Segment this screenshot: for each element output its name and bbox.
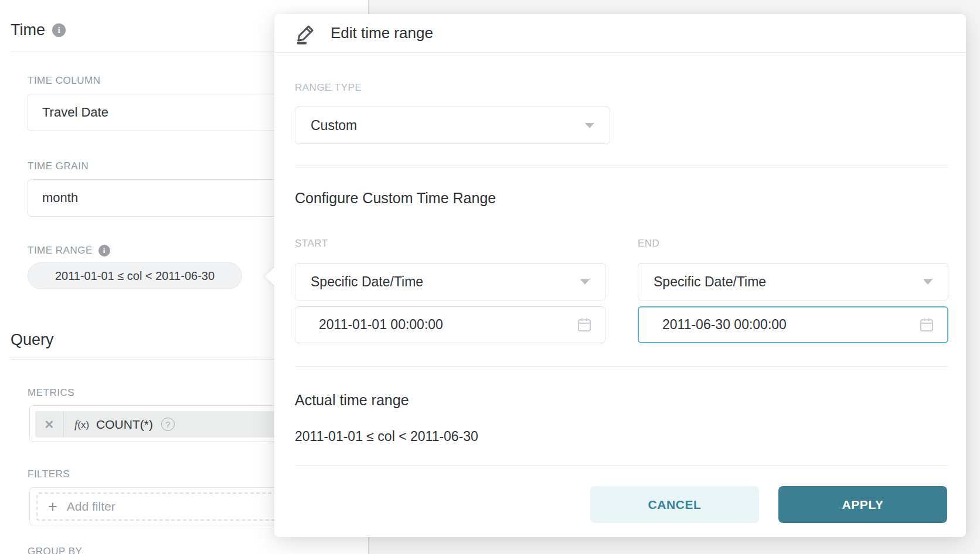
function-icon: f(x) bbox=[74, 418, 89, 431]
metric-name: COUNT(*) bbox=[96, 418, 153, 432]
start-datetime-input[interactable] bbox=[319, 307, 565, 343]
edit-pencil-icon bbox=[295, 22, 317, 45]
modal-divider bbox=[295, 167, 948, 167]
range-type-label: RANGE TYPE bbox=[295, 82, 362, 94]
chip-separator bbox=[63, 411, 64, 437]
chevron-down-icon bbox=[580, 279, 590, 285]
plus-icon: + bbox=[48, 499, 57, 515]
start-label: START bbox=[295, 238, 328, 249]
start-type-value: Specific Date/Time bbox=[311, 274, 423, 290]
end-label: END bbox=[638, 238, 659, 249]
start-datetime-box bbox=[295, 306, 605, 343]
fx-args: (x) bbox=[77, 419, 89, 430]
apply-button[interactable]: APPLY bbox=[778, 486, 947, 523]
end-datetime-input[interactable] bbox=[662, 307, 908, 342]
time-column-value: Travel Date bbox=[42, 105, 108, 120]
help-icon: ? bbox=[161, 418, 175, 431]
metrics-label: METRICS bbox=[28, 387, 74, 399]
time-range-value: 2011-01-01 ≤ col < 2011-06-30 bbox=[55, 269, 215, 283]
modal-divider bbox=[295, 366, 948, 367]
start-type-select[interactable]: Specific Date/Time bbox=[295, 263, 605, 300]
info-icon: i bbox=[52, 23, 66, 37]
actual-time-range-heading: Actual time range bbox=[295, 392, 409, 409]
time-range-label: TIME RANGE bbox=[28, 245, 93, 257]
calendar-icon bbox=[576, 316, 593, 334]
time-column-label: TIME COLUMN bbox=[28, 75, 101, 87]
time-grain-label: TIME GRAIN bbox=[28, 160, 89, 172]
range-type-value: Custom bbox=[311, 118, 357, 134]
calendar-icon bbox=[918, 316, 935, 334]
end-datetime-box bbox=[638, 306, 948, 343]
range-type-select[interactable]: Custom bbox=[295, 107, 610, 144]
popover-header: Edit time range bbox=[274, 14, 966, 53]
edit-time-range-popover: Edit time range RANGE TYPE Custom Config… bbox=[274, 14, 966, 537]
filters-label: FILTERS bbox=[28, 468, 70, 480]
configure-heading: Configure Custom Time Range bbox=[295, 190, 496, 207]
info-icon: i bbox=[98, 245, 110, 257]
chevron-down-icon bbox=[923, 279, 933, 285]
query-section-title: Query bbox=[11, 331, 54, 349]
popover-title: Edit time range bbox=[331, 24, 433, 42]
end-type-value: Specific Date/Time bbox=[654, 274, 766, 290]
group-by-label: GROUP BY bbox=[28, 546, 82, 554]
actual-time-range-value: 2011-01-01 ≤ col < 2011-06-30 bbox=[295, 429, 478, 444]
chevron-down-icon bbox=[585, 123, 594, 128]
end-type-select[interactable]: Specific Date/Time bbox=[638, 263, 948, 300]
add-filter-label: Add filter bbox=[67, 500, 115, 514]
time-range-label-row: TIME RANGE i bbox=[28, 245, 110, 257]
time-grain-value: month bbox=[42, 190, 78, 206]
time-range-pill[interactable]: 2011-01-01 ≤ col < 2011-06-30 bbox=[28, 262, 242, 289]
time-section-title: Time i bbox=[11, 21, 66, 39]
query-section-label: Query bbox=[11, 331, 54, 349]
modal-divider bbox=[295, 465, 948, 466]
superset-explore-page: Time i TIME COLUMN Travel Date TIME GRAI… bbox=[0, 0, 980, 554]
remove-metric-icon[interactable]: ✕ bbox=[35, 418, 63, 432]
time-section-label: Time bbox=[11, 21, 45, 39]
cancel-button[interactable]: CANCEL bbox=[590, 486, 759, 523]
